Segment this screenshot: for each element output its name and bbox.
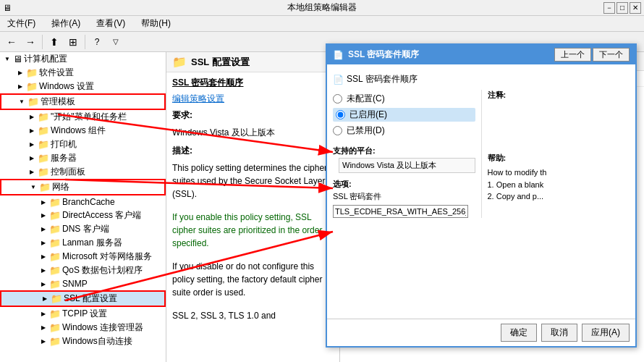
folder-icon-snmp: 📁: [49, 279, 61, 290]
expander-control-panel[interactable]: ▶: [26, 167, 38, 178]
tree-item-tcpip[interactable]: ▶ 📁 TCPIP 设置: [0, 307, 166, 321]
tree-item-windows-settings[interactable]: ▶ 📁 Windows 设置: [0, 80, 166, 93]
forward-button[interactable]: →: [22, 34, 39, 50]
expander-snmp[interactable]: ▶: [38, 278, 49, 290]
folder-icon-qos: 📁: [49, 265, 61, 276]
expander-admin-templates[interactable]: ▼: [16, 96, 27, 108]
expander-directaccess[interactable]: ▶: [38, 210, 49, 222]
tree-item-directaccess[interactable]: ▶ 📁 DirectAccess 客户端: [0, 209, 166, 222]
tree-item-start-menu[interactable]: ▶ 📁 "开始"菜单和任务栏: [0, 110, 166, 124]
minimize-btn[interactable]: －: [603, 2, 615, 14]
tree-item-win-conn-mgr[interactable]: ▶ 📁 Windows 连接管理器: [0, 321, 166, 334]
menu-view[interactable]: 查看(V): [92, 16, 130, 31]
radio-not-configured[interactable]: 未配置(C): [333, 93, 475, 105]
folder-icon-win-settings: 📁: [26, 81, 38, 92]
folder-icon-network: 📁: [39, 182, 51, 193]
tree-label-computer-config: 计算机配置: [24, 53, 67, 65]
edit-policy-link[interactable]: 编辑策略设置: [166, 91, 339, 106]
expander-qos[interactable]: ▶: [38, 265, 49, 277]
tree-item-computer-config[interactable]: ▼ 🖥 计算机配置: [0, 52, 166, 66]
expander-printers[interactable]: ▶: [26, 139, 38, 151]
expander-network[interactable]: ▼: [27, 182, 39, 193]
expander-ms-peer[interactable]: ▶: [38, 251, 49, 263]
options-label: 选项:: [333, 179, 475, 190]
tree-label-start-menu: "开始"菜单和任务栏: [51, 111, 127, 123]
expander-windows-settings[interactable]: ▶: [14, 81, 26, 93]
middle-header-title: SSL 配置设置: [191, 56, 250, 69]
folder-icon-ssl: 📁: [51, 293, 62, 304]
up-button[interactable]: ⬆: [46, 34, 63, 50]
middle-panel: 📁 SSL 配置设置 SSL 密码套件顺序 编辑策略设置 要求: Windows…: [166, 52, 340, 362]
expander-lanman[interactable]: ▶: [38, 237, 49, 249]
tree-label-printers: 打印机: [51, 138, 77, 151]
dialog-next-btn[interactable]: 下一个: [593, 48, 630, 62]
expander-win-auto[interactable]: ▶: [38, 336, 49, 348]
tree-item-branchcache[interactable]: ▶ 📁 BranchCache: [0, 195, 166, 209]
expander-servers[interactable]: ▶: [26, 153, 38, 164]
requirement-value: Windows Vista 及以上版本: [166, 123, 339, 142]
tree-item-control-panel[interactable]: ▶ 📁 控制面板: [0, 165, 166, 179]
platform-section: 支持的平台: Windows Vista 及以上版本: [333, 146, 475, 173]
help-section: 帮助: How to modify th 1. Open a blank 2. …: [488, 153, 630, 203]
tree-item-lanman[interactable]: ▶ 📁 Lanman 服务器: [0, 236, 166, 250]
radio-disabled-input[interactable]: [333, 126, 342, 135]
tree-item-dns[interactable]: ▶ 📁 DNS 客户端: [0, 222, 166, 236]
expander-win-components[interactable]: ▶: [26, 125, 38, 137]
tree-item-admin-templates[interactable]: ▼ 📁 管理模板: [0, 93, 166, 110]
menu-bar: 文件(F) 操作(A) 查看(V) 帮助(H): [0, 16, 644, 32]
help-button[interactable]: ?: [88, 34, 106, 50]
expander-computer-config[interactable]: ▼: [1, 54, 13, 65]
tree-item-qos[interactable]: ▶ 📁 QoS 数据包计划程序: [0, 264, 166, 277]
description-text: This policy setting determines the ciphe…: [166, 159, 339, 203]
folder-icon-branchcache: 📁: [49, 197, 61, 208]
tree-item-win-auto[interactable]: ▶ 📁 Windows自动连接: [0, 334, 166, 348]
expander-win-conn[interactable]: ▶: [38, 322, 49, 334]
menu-file[interactable]: 文件(F): [3, 16, 40, 31]
tree-item-printers[interactable]: ▶ 📁 打印机: [0, 138, 166, 151]
tree-item-ms-peer[interactable]: ▶ 📁 Microsoft 对等网络服务: [0, 250, 166, 264]
radio-enabled[interactable]: 已启用(E): [333, 108, 475, 122]
expander-tcpip[interactable]: ▶: [38, 308, 49, 320]
radio-disabled[interactable]: 已禁用(D): [333, 125, 475, 137]
radio-not-configured-input[interactable]: [333, 94, 342, 104]
expander-dns[interactable]: ▶: [38, 224, 49, 235]
maximize-btn[interactable]: □: [617, 2, 628, 14]
tree-label-windows-settings: Windows 设置: [39, 80, 94, 93]
footer-text: SSL 2, SSL 3, TLS 1.0 and: [166, 306, 339, 325]
radio-enabled-input[interactable]: [336, 110, 345, 119]
expander-ssl[interactable]: ▶: [39, 293, 51, 305]
close-btn[interactable]: ✕: [630, 2, 641, 14]
dialog-left-col: 未配置(C) 已启用(E) 已禁用(D) 支持的平台:: [333, 90, 475, 218]
dialog-setting-icon: 📄: [333, 75, 344, 85]
tree-item-snmp[interactable]: ▶ 📁 SNMP: [0, 277, 166, 290]
tree-item-software-settings[interactable]: ▶ 📁 软件设置: [0, 66, 166, 80]
tree-label-ssl: SSL 配置设置: [64, 292, 117, 305]
expander-branchcache[interactable]: ▶: [38, 196, 49, 208]
tree-item-network[interactable]: ▼ 📁 网络: [0, 179, 166, 195]
description-para1: If you enable this policy setting, SSL c…: [166, 208, 339, 253]
dialog-right-col: 注释: 帮助: How to modify th 1. Open a blank…: [481, 90, 630, 218]
folder-icon-tcpip: 📁: [49, 308, 61, 319]
show-tree-button[interactable]: ⊞: [64, 34, 82, 50]
tree-item-ssl-config[interactable]: ▶ 📁 SSL 配置设置: [0, 290, 166, 307]
dialog-prev-btn[interactable]: 上一个: [554, 48, 591, 62]
tree-label-snmp: SNMP: [62, 279, 88, 289]
cancel-button[interactable]: 取消: [541, 324, 577, 342]
ssl-cipher-input[interactable]: [333, 205, 468, 218]
apply-button[interactable]: 应用(A): [582, 324, 630, 342]
folder-icon-start: 📁: [38, 111, 49, 122]
tree-item-servers[interactable]: ▶ 📁 服务器: [0, 151, 166, 165]
folder-icon-admin: 📁: [27, 96, 39, 107]
folder-icon-win-auto: 📁: [49, 336, 61, 347]
platform-label: 支持的平台:: [333, 146, 376, 155]
ok-button[interactable]: 确定: [501, 324, 537, 342]
expander-software[interactable]: ▶: [14, 67, 26, 79]
menu-action[interactable]: 操作(A): [47, 16, 85, 31]
tree-label-win-conn: Windows 连接管理器: [62, 321, 143, 334]
back-button[interactable]: ←: [3, 34, 20, 50]
filter-button[interactable]: ▽: [107, 34, 124, 50]
folder-icon-lanman: 📁: [49, 237, 61, 248]
tree-item-win-components[interactable]: ▶ 📁 Windows 组件: [0, 124, 166, 138]
expander-start-menu[interactable]: ▶: [26, 111, 38, 123]
menu-help[interactable]: 帮助(H): [137, 16, 175, 31]
